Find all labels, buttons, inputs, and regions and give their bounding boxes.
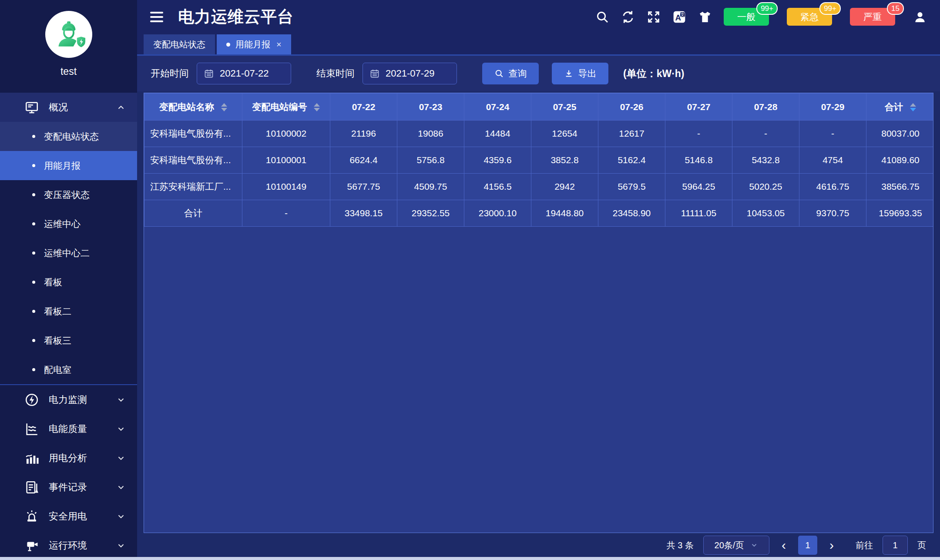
alarm-normal-button[interactable]: 一般 99+: [724, 8, 769, 26]
calendar-icon: [369, 68, 380, 79]
cell: 14484: [464, 121, 531, 147]
sort-icon[interactable]: [314, 103, 320, 111]
sidebar-group-power-quality[interactable]: 电能质量: [0, 414, 137, 443]
active-dot-icon: [226, 43, 230, 47]
end-date-input[interactable]: 2021-07-29: [363, 63, 457, 84]
main-area: 电力运维云平台 A 文: [137, 0, 940, 560]
sidebar-item-power-room[interactable]: 配电室: [0, 355, 137, 384]
col-date: 07-26: [598, 94, 665, 121]
sidebar-item-ops-center-2[interactable]: 运维中心二: [0, 238, 137, 268]
next-page-icon[interactable]: ›: [827, 539, 836, 552]
fullscreen-icon[interactable]: [647, 10, 661, 24]
tab-substation-status[interactable]: 变配电站状态: [144, 34, 215, 54]
sidebar-group-operating-environment[interactable]: 运行环境: [0, 531, 137, 560]
bullet-icon: [32, 164, 35, 167]
sidebar: test 概况 变配电站状态 用能月报: [0, 0, 137, 560]
download-icon: [564, 69, 574, 78]
start-date-input[interactable]: 2021-07-22: [197, 63, 291, 84]
sort-icon-desc-active[interactable]: [910, 103, 916, 111]
cell: 33498.15: [330, 200, 397, 227]
cell: 10100149: [242, 174, 330, 200]
alarm-label: 严重: [863, 11, 882, 23]
overview-submenu: 变配电站状态 用能月报 变压器状态 运维中心 运维中心二: [0, 122, 137, 384]
sidebar-item-board[interactable]: 看板: [0, 268, 137, 297]
wave-chart-icon: [24, 422, 39, 436]
col-station-code[interactable]: 变配电站编号: [242, 94, 330, 121]
pagination-bar: 共 3 条 20条/页 ‹ 1 › 前往 页: [137, 533, 940, 557]
header-toolbar: A 文 一般 99+ 紧急 99+ 严重 15: [595, 8, 927, 26]
cell: 12617: [598, 121, 665, 147]
user-icon[interactable]: [913, 10, 927, 24]
svg-text:文: 文: [681, 13, 685, 17]
chevron-down-icon: [750, 541, 758, 549]
horizontal-scrollbar[interactable]: [0, 557, 940, 560]
filter-bar: 开始时间 2021-07-22 结束时间 2021-07-29: [137, 56, 940, 91]
cell: 5677.75: [330, 174, 397, 200]
energy-report-table: 变配电站名称 变配电站编号 07-22 07-23 07-24 07-25 07…: [144, 93, 933, 227]
unit-label: (单位：kW·h): [623, 67, 685, 80]
export-button[interactable]: 导出: [552, 63, 608, 84]
tab-label: 用能月报: [235, 39, 270, 50]
col-label: 07-22: [352, 102, 376, 112]
page-size-value: 20条/页: [715, 540, 744, 551]
tab-energy-monthly-report[interactable]: 用能月报 ×: [217, 34, 291, 54]
cell: 4156.5: [464, 174, 531, 200]
tab-close-icon[interactable]: ×: [276, 40, 282, 50]
cell: 10100001: [242, 147, 330, 174]
sidebar-group-overview[interactable]: 概况: [0, 93, 137, 122]
bullet-icon: [32, 193, 35, 196]
cell: 23000.10: [464, 200, 531, 227]
sidebar-group-safe-power[interactable]: 安全用电: [0, 502, 137, 531]
calendar-icon: [204, 68, 214, 79]
sidebar-item-board-2[interactable]: 看板二: [0, 297, 137, 326]
cell: 合计: [144, 200, 242, 227]
power-bolt-icon: [24, 392, 39, 407]
sidebar-group-label: 用电分析: [49, 452, 87, 465]
bar-chart-icon: [24, 451, 39, 466]
open-tabs-bar: 变配电站状态 用能月报 ×: [137, 34, 940, 56]
menu-fold-icon[interactable]: [150, 12, 163, 22]
sidebar-item-energy-monthly-report[interactable]: 用能月报: [0, 151, 137, 180]
page-number-1[interactable]: 1: [798, 536, 817, 555]
sidebar-group-power-monitoring[interactable]: 电力监测: [0, 385, 137, 414]
search-icon[interactable]: [595, 10, 609, 24]
worker-avatar-icon: [52, 17, 86, 51]
goto-page-input[interactable]: [883, 536, 908, 555]
cell: 5964.25: [665, 174, 732, 200]
cell: 23458.90: [598, 200, 665, 227]
sidebar-item-ops-center[interactable]: 运维中心: [0, 209, 137, 238]
chevron-down-icon: [116, 512, 126, 521]
alarm-critical-badge: 15: [887, 2, 904, 15]
sidebar-item-label: 变压器状态: [44, 189, 90, 201]
translate-icon[interactable]: A 文: [672, 10, 686, 24]
cell: 5432.8: [732, 147, 799, 174]
search-button[interactable]: 查询: [482, 63, 539, 84]
cell: 41089.60: [866, 147, 934, 174]
goto-suffix: 页: [917, 540, 926, 551]
page-size-select[interactable]: 20条/页: [703, 536, 769, 555]
sidebar-group-event-log[interactable]: 事件记录: [0, 473, 137, 502]
refresh-icon[interactable]: [621, 10, 635, 24]
table-row: 安科瑞电气股份有... 10100001 6624.4 5756.8 4359.…: [144, 147, 934, 174]
col-total[interactable]: 合计: [866, 94, 934, 121]
cell: 12654: [531, 121, 598, 147]
col-station-name[interactable]: 变配电站名称: [144, 94, 242, 121]
chevron-up-icon: [116, 103, 126, 112]
sort-icon[interactable]: [221, 103, 227, 111]
cell: 江苏安科瑞新工厂...: [144, 174, 242, 200]
sidebar-item-board-3[interactable]: 看板三: [0, 326, 137, 355]
sidebar-group-power-analysis[interactable]: 用电分析: [0, 443, 137, 473]
cell: 159693.35: [866, 200, 934, 227]
sidebar-item-transformer-status[interactable]: 变压器状态: [0, 180, 137, 209]
alarm-critical-button[interactable]: 严重 15: [850, 8, 895, 26]
bullet-icon: [32, 339, 35, 342]
sidebar-group-label: 安全用电: [49, 510, 87, 523]
prev-page-icon[interactable]: ‹: [779, 539, 789, 552]
theme-shirt-icon[interactable]: [698, 10, 712, 24]
end-date-value: 2021-07-29: [386, 68, 435, 79]
alarm-urgent-button[interactable]: 紧急 99+: [787, 8, 832, 26]
chevron-down-icon: [116, 453, 126, 463]
cell: 9370.75: [799, 200, 866, 227]
col-label: 合计: [885, 102, 903, 112]
sidebar-item-substation-status[interactable]: 变配电站状态: [0, 122, 137, 151]
